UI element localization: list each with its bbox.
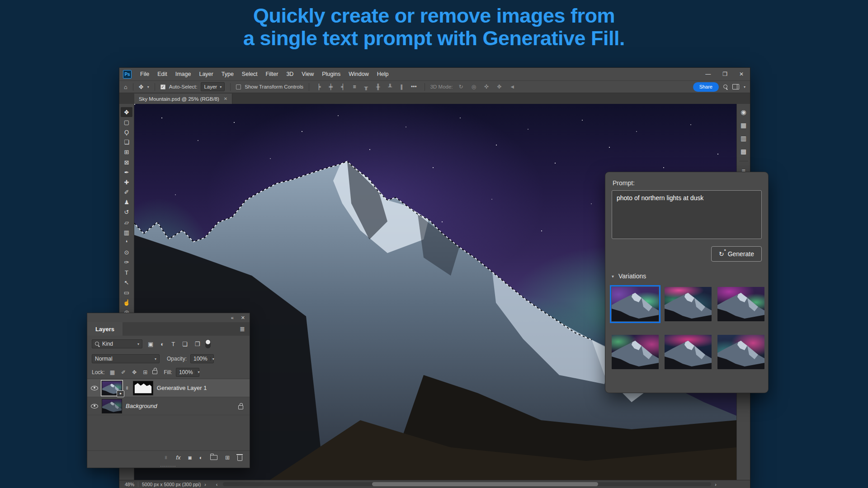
auto-select-checkbox[interactable]: ✓ xyxy=(160,84,165,89)
prompt-input[interactable]: photo of northern lights at dusk xyxy=(612,190,762,239)
layers-tab[interactable]: Layers xyxy=(87,322,123,336)
lock-position-icon[interactable]: ✥ xyxy=(131,369,138,375)
opacity-input[interactable]: 100% ▾ xyxy=(190,354,214,363)
blend-mode-dropdown[interactable]: Normal ▾ xyxy=(92,354,160,363)
crop-tool[interactable]: ⊞ xyxy=(121,147,132,157)
path-select-tool[interactable]: ↖ xyxy=(121,277,132,287)
layer-thumbnail[interactable] xyxy=(102,399,122,413)
search-icon[interactable] xyxy=(723,84,728,89)
gradient-tool[interactable]: ▥ xyxy=(121,227,132,237)
lasso-tool[interactable]: Ϙ xyxy=(121,127,132,137)
3d-slide-icon[interactable]: ✥ xyxy=(495,84,504,90)
tab-close-icon[interactable]: ✕ xyxy=(224,96,227,101)
menu-filter[interactable]: Filter xyxy=(262,68,283,80)
menu-plugins[interactable]: Plugins xyxy=(318,68,344,80)
distribute-v-icon[interactable]: ∥ xyxy=(398,84,405,90)
mask-link-icon[interactable]: ∞ xyxy=(125,386,130,390)
swatches-panel-icon[interactable]: ▦ xyxy=(741,122,746,129)
dodge-tool[interactable]: ⊙ xyxy=(121,248,132,258)
clone-stamp-tool[interactable]: ♟ xyxy=(121,197,132,207)
lock-artboard-icon[interactable]: ⊞ xyxy=(142,369,149,375)
document-tab[interactable]: Sky Mountain.psd @ 25% (RGB/8) ✕ xyxy=(134,94,232,104)
distribute-h-icon[interactable]: ≡ xyxy=(351,84,359,90)
add-mask-icon[interactable]: ◙ xyxy=(188,455,191,461)
visibility-eye-icon[interactable] xyxy=(91,404,98,408)
new-layer-icon[interactable]: ⊞ xyxy=(225,455,230,461)
brush-tool[interactable]: ✐ xyxy=(121,188,132,197)
layer-thumbnail[interactable]: ✦ xyxy=(102,381,122,395)
visibility-eye-icon[interactable] xyxy=(91,386,98,390)
zoom-level[interactable]: 48% xyxy=(125,482,134,487)
scrollbar-thumb[interactable] xyxy=(372,482,598,486)
lock-transparent-pixels-icon[interactable]: ▦ xyxy=(108,369,116,375)
home-icon[interactable]: ⌂ xyxy=(124,84,127,90)
patterns-panel-icon[interactable]: ▩ xyxy=(741,148,746,155)
scroll-right-arrow[interactable]: › xyxy=(715,482,717,487)
layer-mask-thumbnail[interactable] xyxy=(133,381,153,395)
menu-select[interactable]: Select xyxy=(238,68,262,80)
filter-pixel-layers-icon[interactable]: ▣ xyxy=(146,341,155,347)
variation-thumbnail-5[interactable] xyxy=(665,335,712,369)
pen-tool[interactable]: ✑ xyxy=(121,258,132,267)
chevron-down-icon[interactable]: ▾ xyxy=(744,85,745,89)
object-selection-tool[interactable]: ❏ xyxy=(121,137,132,147)
filter-adjustment-layers-icon[interactable]: ◐ xyxy=(159,341,166,347)
menu-image[interactable]: Image xyxy=(171,68,195,80)
blur-tool[interactable]: ❛ xyxy=(121,237,132,247)
layer-style-fx-icon[interactable]: fx xyxy=(176,454,180,461)
menu-view[interactable]: View xyxy=(297,68,318,80)
delete-layer-icon[interactable] xyxy=(237,455,242,461)
minimize-button[interactable]: — xyxy=(705,71,711,77)
share-button[interactable]: Share xyxy=(693,82,719,92)
move-tool[interactable]: ✥ xyxy=(121,107,132,117)
layer-row-generative[interactable]: ✦ ∞ Generative Layer 1 xyxy=(87,379,250,397)
menu-3d[interactable]: 3D xyxy=(282,68,297,80)
menu-edit[interactable]: Edit xyxy=(153,68,171,80)
horizontal-scrollbar[interactable] xyxy=(223,482,711,486)
collapse-panel-icon[interactable]: « xyxy=(231,315,234,320)
eyedropper-tool[interactable]: ✒ xyxy=(121,167,132,177)
menu-layer[interactable]: Layer xyxy=(195,68,217,80)
align-center-v-icon[interactable]: ╫ xyxy=(374,84,382,90)
menu-type[interactable]: Type xyxy=(217,68,238,80)
layer-name[interactable]: Background xyxy=(126,403,157,409)
filter-type-layers-icon[interactable]: T xyxy=(170,341,177,347)
filter-kind-dropdown[interactable]: Kind ▾ xyxy=(92,339,142,348)
healing-brush-tool[interactable]: ✚ xyxy=(121,177,132,187)
workspace-icon[interactable] xyxy=(732,84,739,89)
link-layers-icon[interactable]: ∞ xyxy=(164,456,169,460)
shape-tool[interactable]: ▭ xyxy=(121,287,132,297)
layer-row-background[interactable]: Background xyxy=(87,397,250,415)
3d-orbit-icon[interactable]: ↻ xyxy=(457,84,466,90)
close-button[interactable]: ✕ xyxy=(739,71,744,77)
close-panel-icon[interactable]: ✕ xyxy=(241,315,245,321)
align-top-icon[interactable]: ╥ xyxy=(362,84,371,90)
variations-header[interactable]: ▾ Variations xyxy=(612,272,762,280)
align-right-icon[interactable]: ╡ xyxy=(339,84,347,90)
frame-tool[interactable]: ⊠ xyxy=(121,157,132,167)
variation-thumbnail-3[interactable] xyxy=(717,287,764,321)
adjustment-layer-icon[interactable]: ◐ xyxy=(199,455,203,461)
history-brush-tool[interactable]: ↺ xyxy=(121,207,132,217)
filter-toggle[interactable] xyxy=(205,339,211,348)
fill-input[interactable]: 100% ▾ xyxy=(176,368,199,377)
lock-all-icon[interactable] xyxy=(152,370,157,374)
chevron-down-icon[interactable]: ▾ xyxy=(147,85,149,89)
panel-menu-icon[interactable]: ≣ xyxy=(235,322,250,336)
3d-pan-icon[interactable]: ✜ xyxy=(482,84,491,90)
type-tool[interactable]: T xyxy=(121,267,132,277)
color-panel-icon[interactable]: ◉ xyxy=(741,108,746,116)
move-tool-icon[interactable]: ✥ xyxy=(139,84,144,90)
menu-file[interactable]: File xyxy=(136,68,153,80)
3d-roll-icon[interactable]: ◎ xyxy=(469,84,478,90)
filter-smart-objects-icon[interactable]: ❐ xyxy=(193,341,202,347)
align-bottom-icon[interactable]: ╨ xyxy=(386,84,395,90)
menu-help[interactable]: Help xyxy=(373,68,393,80)
3d-camera-icon[interactable]: ◄ xyxy=(507,84,517,90)
marquee-tool[interactable]: ▢ xyxy=(121,117,132,127)
restore-button[interactable]: ❐ xyxy=(722,71,727,77)
gradients-panel-icon[interactable]: ▥ xyxy=(741,135,746,142)
status-popup-arrow[interactable]: › xyxy=(204,482,206,487)
hand-tool[interactable]: ☝ xyxy=(121,298,132,308)
scroll-left-arrow[interactable]: ‹ xyxy=(216,482,218,487)
